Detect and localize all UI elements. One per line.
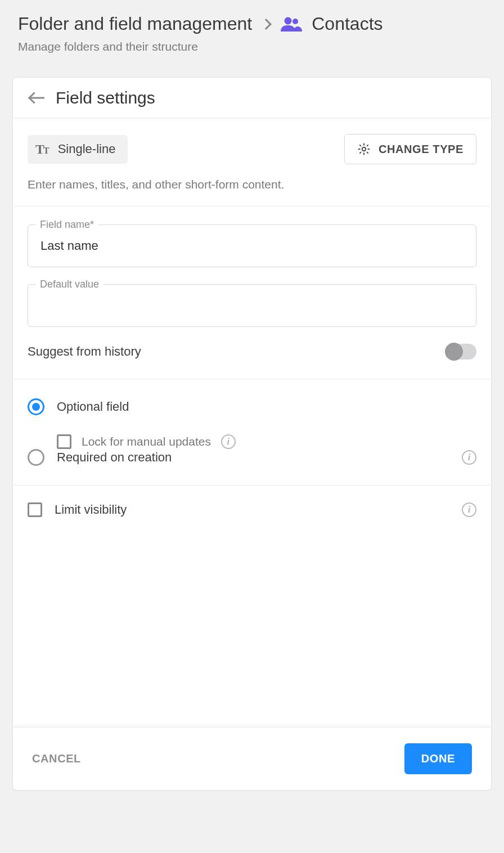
card-header: Field settings bbox=[13, 78, 491, 118]
field-type-label: Single-line bbox=[58, 142, 116, 156]
limit-visibility-checkbox[interactable] bbox=[28, 502, 42, 517]
lock-updates-label: Lock for manual updates bbox=[82, 435, 211, 448]
field-name-label: Field name* bbox=[35, 219, 98, 231]
breadcrumb-leaf-label: Contacts bbox=[312, 14, 382, 34]
gear-icon bbox=[357, 142, 371, 156]
type-section: TT Single-line CHANGE TYPE Enter names, … bbox=[13, 118, 491, 206]
card-footer: CANCEL DONE bbox=[13, 727, 491, 790]
suggest-history-label: Suggest from history bbox=[28, 344, 141, 359]
limit-visibility-label: Limit visibility bbox=[55, 502, 127, 517]
people-icon bbox=[280, 16, 303, 32]
svg-point-1 bbox=[292, 19, 298, 24]
suggest-history-toggle[interactable] bbox=[445, 344, 476, 360]
visibility-section: Limit visibility i bbox=[13, 486, 491, 727]
optional-field-label: Optional field bbox=[57, 399, 129, 414]
breadcrumb-leaf[interactable]: Contacts bbox=[280, 14, 382, 34]
change-type-button[interactable]: CHANGE TYPE bbox=[344, 134, 476, 164]
card-title: Field settings bbox=[56, 88, 155, 107]
page-subtitle: Manage folders and their structure bbox=[18, 40, 492, 53]
type-description: Enter names, titles, and other short-for… bbox=[28, 178, 476, 191]
info-icon[interactable]: i bbox=[462, 502, 476, 517]
field-type-chip: TT Single-line bbox=[28, 135, 128, 164]
breadcrumb: Folder and field management Contacts bbox=[18, 14, 492, 34]
field-name-input[interactable] bbox=[28, 225, 476, 267]
required-on-creation-radio[interactable] bbox=[28, 449, 44, 466]
svg-point-0 bbox=[285, 17, 292, 24]
fields-section: Field name* Default value Suggest from h… bbox=[13, 206, 491, 379]
info-icon[interactable]: i bbox=[221, 434, 236, 449]
lock-updates-checkbox[interactable] bbox=[57, 434, 71, 449]
cancel-button[interactable]: CANCEL bbox=[32, 752, 81, 765]
default-value-label: Default value bbox=[35, 279, 104, 290]
text-type-icon: TT bbox=[35, 142, 48, 157]
required-on-creation-label: Required on creation bbox=[57, 450, 172, 465]
field-settings-card: Field settings TT Single-line CHANGE TYP… bbox=[12, 77, 492, 791]
done-button[interactable]: DONE bbox=[404, 743, 472, 774]
default-value-input[interactable] bbox=[28, 284, 476, 327]
optional-field-radio[interactable] bbox=[28, 398, 44, 415]
info-icon[interactable]: i bbox=[462, 450, 476, 465]
change-type-label: CHANGE TYPE bbox=[379, 143, 464, 156]
chevron-right-icon bbox=[260, 19, 272, 30]
svg-point-2 bbox=[362, 147, 366, 151]
required-options-section: Optional field Lock for manual updates i… bbox=[13, 379, 491, 486]
back-arrow-icon[interactable] bbox=[29, 90, 44, 106]
breadcrumb-root[interactable]: Folder and field management bbox=[18, 14, 252, 34]
